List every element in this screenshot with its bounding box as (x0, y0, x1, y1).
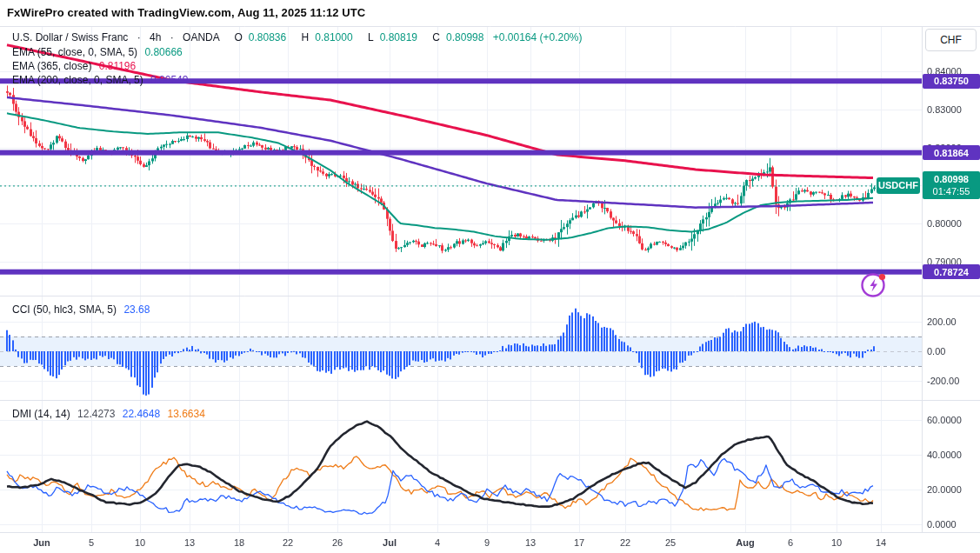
open-label: O0.80836 (228, 31, 286, 43)
time-axis-label: Jul (383, 537, 397, 548)
ema365-legend-row[interactable]: EMA (365, close) 0.81196 (12, 60, 136, 72)
watermark-title: FxWirePro created with TradingView.com, … (7, 6, 365, 19)
cci-legend-row[interactable]: CCI (50, hlc3, SMA, 5) 23.68 (12, 303, 150, 316)
last-price-badge: 0.80998 01:47:55 (923, 171, 980, 199)
level-price-badge: 0.81864 (923, 145, 980, 160)
time-axis-label: 14 (876, 537, 886, 548)
ema365-value: 0.81196 (99, 60, 137, 72)
time-axis-label: Jun (33, 537, 50, 548)
time-axis-label: 10 (831, 537, 842, 548)
time-axis-label: 17 (574, 537, 584, 548)
ema365-label: EMA (365, close) (12, 60, 91, 72)
time-axis-label: 26 (332, 537, 343, 548)
time-axis-label: Aug (736, 537, 754, 548)
dmi-plus-di-value: 22.4648 (123, 408, 160, 420)
time-axis-label: 22 (620, 537, 630, 548)
time-axis-label: 6 (788, 537, 793, 548)
level-price-badge: 0.83750 (923, 74, 980, 89)
ema200-value: 0.80549 (150, 74, 188, 86)
symbol-legend-row[interactable]: U.S. Dollar / Swiss Franc · 4h · OANDA O… (12, 31, 583, 43)
low-value: 0.80819 (380, 31, 417, 43)
close-label: C0.80998 (426, 31, 483, 43)
ema200-label: EMA (200, close, 0, SMA, 5) (12, 74, 143, 86)
close-value: 0.80998 (446, 31, 483, 43)
separator: · (170, 31, 174, 43)
symbol-price-tag: USDCHF (877, 177, 920, 194)
dmi-axis-label: 60.0000 (927, 415, 962, 425)
ema55-value: 0.80666 (144, 46, 182, 58)
change-value: +0.00164 (+0.20%) (493, 31, 583, 43)
level-price-badge: 0.78724 (923, 264, 980, 279)
cci-axis-label: 200.00 (927, 316, 957, 327)
currency-button[interactable]: CHF (925, 29, 977, 51)
dmi-axis-label: 0.0000 (927, 519, 957, 530)
dmi-axis-label: 20.0000 (927, 484, 962, 495)
price-axis-label: 0.80000 (927, 218, 962, 229)
cci-label: CCI (50, hlc3, SMA, 5) (12, 303, 117, 316)
high-label: H0.81000 (296, 31, 353, 43)
cci-value: 23.68 (123, 303, 150, 316)
cci-axis-label: -200.00 (927, 376, 959, 386)
cci-axis-label: 0.00 (927, 346, 945, 356)
dmi-axis-label: 40.0000 (927, 450, 962, 460)
dmi-legend-row[interactable]: DMI (14, 14) 12.4273 22.4648 13.6634 (12, 408, 205, 420)
dmi-minus-di-value: 13.6634 (168, 408, 205, 420)
time-axis-label: 10 (135, 537, 145, 548)
time-axis-label: 13 (525, 537, 536, 548)
time-axis-label: 5 (89, 537, 94, 548)
time-axis-label: 22 (283, 537, 293, 548)
exchange-label: OANDA (183, 31, 219, 43)
price-axis-label: 0.83000 (927, 104, 962, 115)
ema55-label: EMA (55, close, 0, SMA, 5) (12, 46, 137, 58)
time-axis-label: 25 (665, 537, 676, 548)
open-value: 0.80836 (249, 31, 286, 43)
time-axis-label: 9 (484, 537, 490, 548)
high-value: 0.81000 (315, 31, 352, 43)
interval-label[interactable]: 4h (150, 31, 161, 43)
tradingview-chart-window: FxWirePro created with TradingView.com, … (0, 0, 980, 553)
lightning-boost-icon[interactable] (859, 270, 889, 299)
dmi-label: DMI (14, 14) (12, 408, 70, 420)
dmi-adx-value: 12.4273 (77, 408, 115, 420)
bar-countdown: 01:47:55 (933, 185, 970, 197)
ema55-legend-row[interactable]: EMA (55, close, 0, SMA, 5) 0.80666 (12, 46, 183, 58)
ema200-legend-row[interactable]: EMA (200, close, 0, SMA, 5) 0.80549 (12, 74, 188, 86)
last-price-value: 0.80998 (934, 173, 969, 185)
time-axis-label: 13 (184, 537, 195, 548)
time-axis-label: 4 (435, 537, 440, 548)
symbol-title: U.S. Dollar / Swiss Franc (12, 31, 128, 43)
time-axis-label: 18 (234, 537, 244, 548)
separator: · (137, 31, 141, 43)
low-label: L0.80819 (362, 31, 417, 43)
